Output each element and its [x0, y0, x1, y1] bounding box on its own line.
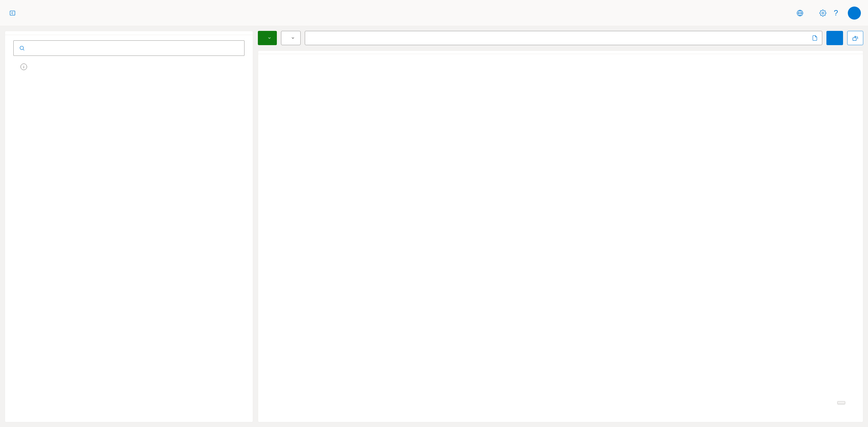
search-box[interactable]	[13, 40, 245, 56]
share-button[interactable]	[847, 31, 863, 45]
chevron-down-icon	[267, 36, 272, 40]
globe-icon	[796, 9, 804, 17]
collapse-icon	[9, 10, 16, 16]
url-input-wrap[interactable]	[305, 31, 822, 45]
run-query-button[interactable]	[827, 31, 843, 45]
info-icon: i	[21, 64, 27, 70]
gear-icon	[819, 9, 827, 17]
share-icon	[852, 35, 859, 41]
document-icon[interactable]	[812, 34, 818, 41]
tenant-switcher[interactable]	[796, 9, 808, 17]
collapse-sidebar-button[interactable]	[7, 8, 18, 19]
request-panel	[258, 51, 863, 422]
svg-rect-4	[853, 38, 857, 40]
svg-point-3	[20, 46, 24, 50]
search-input[interactable]	[29, 45, 239, 52]
query-list	[5, 75, 253, 422]
app-header: ?	[0, 0, 868, 26]
help-button[interactable]: ?	[829, 6, 842, 20]
sidebar: i	[5, 31, 253, 422]
request-tabs	[258, 51, 863, 54]
svg-rect-0	[10, 11, 15, 15]
tooltip	[837, 401, 845, 404]
url-hint	[305, 45, 822, 47]
url-input[interactable]	[310, 35, 807, 41]
search-icon	[19, 45, 25, 51]
http-method-select[interactable]	[258, 31, 277, 45]
info-line: i	[5, 61, 253, 75]
avatar[interactable]	[848, 6, 861, 20]
question-icon: ?	[834, 8, 838, 18]
api-version-select[interactable]	[281, 31, 301, 45]
settings-button[interactable]	[816, 6, 829, 20]
svg-point-2	[822, 12, 824, 14]
sidebar-tabs	[5, 31, 253, 35]
request-body-editor[interactable]	[258, 54, 863, 422]
main-panel	[258, 31, 863, 422]
query-bar	[258, 31, 863, 47]
chevron-down-icon	[291, 36, 295, 40]
